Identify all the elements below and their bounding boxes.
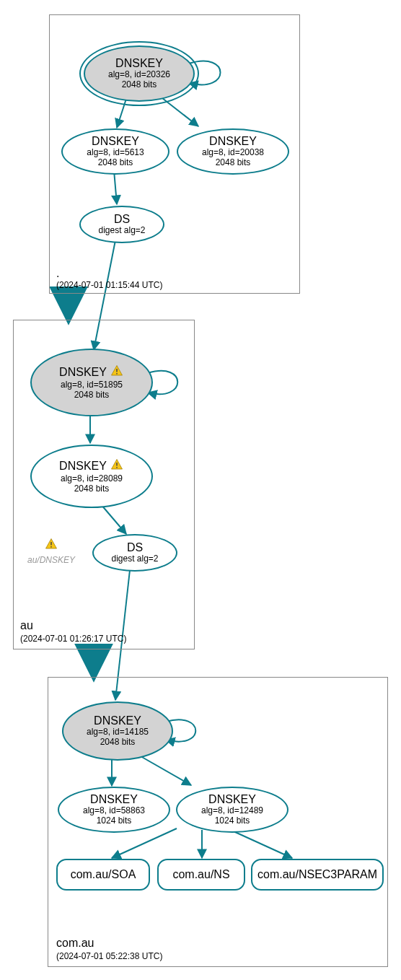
comau-nsec3param-node: com.au/NSEC3PARAM xyxy=(251,859,384,891)
node-line1: digest alg=2 xyxy=(98,226,145,236)
root-ds-node: DS digest alg=2 xyxy=(79,206,164,243)
comau-zsk-58863-node: DNSKEY alg=8, id=58863 1024 bits xyxy=(58,787,170,833)
comau-ksk-node: DNSKEY alg=8, id=14185 2048 bits xyxy=(62,701,173,761)
au-dnskey-annotation: au/DNSKEY xyxy=(27,538,75,565)
node-line2: 2048 bits xyxy=(74,390,110,401)
node-title: DNSKEY xyxy=(92,135,139,148)
node-line1: digest alg=2 xyxy=(111,554,158,564)
node-line1: alg=8, id=20038 xyxy=(202,148,264,158)
node-line1: alg=8, id=12489 xyxy=(201,806,263,816)
node-title: com.au/SOA xyxy=(71,868,136,881)
node-line2: 2048 bits xyxy=(100,738,136,748)
warning-icon xyxy=(44,538,58,554)
root-ksk-node: DNSKEY alg=8, id=20326 2048 bits xyxy=(84,45,195,102)
comau-soa-node: com.au/SOA xyxy=(56,859,150,891)
node-line2: 1024 bits xyxy=(97,816,132,826)
warning-icon xyxy=(110,364,124,380)
node-title: DNSKEY xyxy=(90,793,138,806)
svg-rect-1 xyxy=(116,373,118,375)
node-line1: alg=8, id=14185 xyxy=(87,727,149,738)
node-title: com.au/NSEC3PARAM xyxy=(257,868,377,881)
svg-rect-2 xyxy=(116,463,118,466)
zone-comau-label: com.au xyxy=(56,937,94,950)
root-zsk-5613-node: DNSKEY alg=8, id=5613 2048 bits xyxy=(61,128,169,175)
node-title: DNSKEY xyxy=(94,714,141,727)
warning-icon xyxy=(110,458,124,474)
node-line2: 2048 bits xyxy=(98,158,133,168)
au-zsk-node: DNSKEY alg=8, id=28089 2048 bits xyxy=(30,445,153,508)
au-ds-node: DS digest alg=2 xyxy=(92,534,177,572)
zone-root-label: . xyxy=(56,267,59,280)
svg-rect-5 xyxy=(50,546,52,548)
node-line2: 2048 bits xyxy=(216,158,251,168)
svg-rect-4 xyxy=(50,542,52,546)
au-ksk-node: DNSKEY alg=8, id=51895 2048 bits xyxy=(30,349,153,416)
node-line1: alg=8, id=5613 xyxy=(87,148,144,158)
node-title: DS xyxy=(114,213,130,226)
node-line2: 1024 bits xyxy=(215,816,250,826)
node-title: com.au/NS xyxy=(172,868,229,881)
node-line1: alg=8, id=51895 xyxy=(61,380,123,390)
comau-ns-node: com.au/NS xyxy=(157,859,245,891)
zone-comau-time: (2024-07-01 05:22:38 UTC) xyxy=(56,951,162,961)
node-title: DS xyxy=(127,541,143,554)
node-line1: alg=8, id=28089 xyxy=(61,474,123,484)
node-line1: alg=8, id=58863 xyxy=(83,806,145,816)
svg-rect-0 xyxy=(116,369,118,372)
node-line2: 2048 bits xyxy=(122,80,157,90)
node-title: DNSKEY xyxy=(208,793,256,806)
node-line2: 2048 bits xyxy=(74,484,110,494)
zone-au-label: au xyxy=(20,619,33,632)
comau-zsk-12489-node: DNSKEY alg=8, id=12489 1024 bits xyxy=(176,787,288,833)
svg-rect-3 xyxy=(116,467,118,468)
node-title: DNSKEY xyxy=(59,460,107,473)
zone-au-time: (2024-07-01 01:26:17 UTC) xyxy=(20,634,126,644)
node-title: DNSKEY xyxy=(59,366,107,379)
annotation-label: au/DNSKEY xyxy=(27,555,75,565)
root-zsk-20038-node: DNSKEY alg=8, id=20038 2048 bits xyxy=(177,128,289,175)
node-line1: alg=8, id=20326 xyxy=(108,70,170,80)
node-title: DNSKEY xyxy=(209,135,257,148)
zone-root-time: (2024-07-01 01:15:44 UTC) xyxy=(56,280,162,290)
node-title: DNSKEY xyxy=(115,57,163,70)
